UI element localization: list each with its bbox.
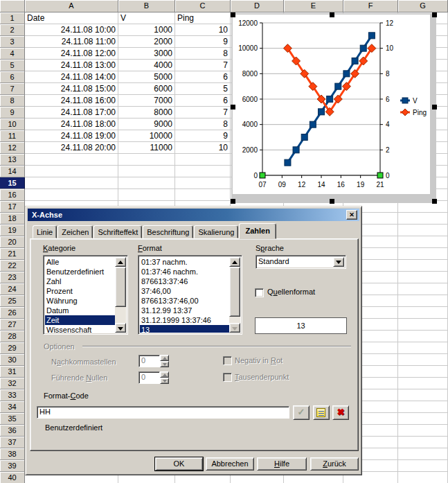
cell-G36[interactable] [398,425,448,437]
sheet-corner[interactable] [0,0,25,12]
row-header-27[interactable]: 27 [0,319,25,331]
cell-B13[interactable] [118,154,175,166]
cell-B9[interactable]: 8000 [118,107,175,118]
format-item[interactable]: 876613:37:46 [140,276,229,286]
row-header-12[interactable]: 12 [0,142,25,154]
cell-G22[interactable] [398,260,448,272]
category-item[interactable]: Wissenschaft [45,325,115,333]
cell-B5[interactable]: 4000 [118,60,175,71]
format-item[interactable]: 31.12.99 13:37 [140,306,229,315]
format-listbox[interactable]: 01:37 nachm.01:37:46 nachm.876613:37:463… [138,255,242,335]
cell-C11[interactable]: 9 [175,130,231,142]
row-header-10[interactable]: 10 [0,118,25,130]
cell-C4[interactable]: 8 [175,48,231,60]
cell-A15[interactable] [25,177,118,189]
cell-G32[interactable] [398,378,448,389]
chart-handle-mid-right[interactable] [432,105,437,109]
row-header-8[interactable]: 8 [0,95,25,107]
chevron-down-icon[interactable] [333,257,344,267]
cell-C5[interactable]: 7 [175,60,231,71]
cell-C8[interactable]: 6 [175,95,231,107]
apply-format-button[interactable]: ✓ [293,405,310,420]
column-header-b[interactable]: B [118,0,175,12]
row-header-21[interactable]: 21 [0,248,25,260]
decimals-spinner[interactable]: 0 [138,355,169,367]
format-item[interactable]: 37:46,00 [140,286,229,296]
row-header-28[interactable]: 28 [0,331,25,342]
category-item[interactable]: Währung [45,296,115,306]
tab-zeichen[interactable]: Zeichen [57,225,93,238]
cell-A6[interactable]: 24.11.08 14:00 [25,71,118,83]
category-item[interactable]: Datum [45,306,115,315]
row-header-38[interactable]: 38 [0,448,25,460]
format-code-input[interactable]: HH [37,406,289,419]
category-listbox[interactable]: AlleBenutzerdefiniertZahlProzentWährungD… [43,255,128,335]
cell-G39[interactable] [398,460,448,472]
cell-B2[interactable]: 1000 [118,24,175,36]
cancel-button[interactable]: Abbrechen [206,457,254,471]
cell-C2[interactable]: 10 [175,24,231,36]
column-header-e[interactable]: E [284,0,343,12]
row-header-18[interactable]: 18 [0,213,25,225]
cell-G20[interactable] [398,236,448,248]
row-header-9[interactable]: 9 [0,107,25,118]
cell-C14[interactable] [175,166,231,177]
cell-C12[interactable]: 10 [175,142,231,154]
category-item[interactable]: Benutzerdefiniert [45,267,115,276]
dialog-titlebar[interactable]: X-Achse ✕ [28,209,359,221]
spin-up-icon[interactable] [160,355,169,361]
cell-C1[interactable]: Ping [175,12,231,24]
cell-A7[interactable]: 24.11.08 15:00 [25,83,118,95]
row-header-2[interactable]: 2 [0,24,25,36]
tab-skalierung[interactable]: Skalierung [194,225,238,238]
cell-B15[interactable] [118,177,175,189]
column-header-a[interactable]: A [25,0,118,12]
thousands-checkbox[interactable] [223,373,232,382]
cell-G34[interactable] [398,401,448,413]
chart-handle-top-center[interactable] [330,12,334,17]
chart-handle-bottom-center[interactable] [330,199,334,204]
tab-zahlen[interactable]: Zahlen [239,223,276,239]
format-item[interactable]: 01:37:46 nachm. [140,267,229,276]
cell-G40[interactable] [398,472,448,483]
column-header-f[interactable]: F [343,0,398,12]
cell-A4[interactable]: 24.11.08 12:00 [25,48,118,60]
row-header-35[interactable]: 35 [0,413,25,425]
cell-B4[interactable]: 3000 [118,48,175,60]
row-header-37[interactable]: 37 [0,437,25,448]
row-header-15[interactable]: 15 [0,177,25,189]
row-header-23[interactable]: 23 [0,272,25,283]
scroll-up-icon[interactable] [115,257,126,267]
chart-handle-bottom-left[interactable] [231,199,235,204]
language-combobox[interactable]: Standard [256,255,346,269]
cell-G24[interactable] [398,283,448,295]
cell-G19[interactable] [398,225,448,236]
cell-G30[interactable] [398,354,448,366]
cell-C15[interactable] [175,177,231,189]
negative-red-checkbox[interactable] [223,356,232,365]
cell-G25[interactable] [398,295,448,307]
format-item[interactable]: 13 [140,325,229,333]
row-header-33[interactable]: 33 [0,389,25,401]
cell-A10[interactable]: 24.11.08 18:00 [25,118,118,130]
source-format-checkbox[interactable] [255,288,264,297]
ok-button[interactable]: OK [155,457,203,471]
row-header-39[interactable]: 39 [0,460,25,472]
row-header-17[interactable]: 17 [0,201,25,213]
scroll-down-icon[interactable] [115,323,126,333]
cell-B1[interactable]: V [118,12,175,24]
cell-C10[interactable]: 8 [175,118,231,130]
column-header-d[interactable]: D [231,0,284,12]
spin-down-icon[interactable] [160,378,169,384]
tab-beschriftung[interactable]: Beschriftung [143,225,193,238]
cell-A2[interactable]: 24.11.08 10:00 [25,24,118,36]
spin-down-icon[interactable] [160,361,169,367]
category-item[interactable]: Prozent [45,286,115,296]
cell-G18[interactable] [398,213,448,225]
row-header-34[interactable]: 34 [0,401,25,413]
cell-C16[interactable] [175,189,231,201]
cell-B10[interactable]: 9000 [118,118,175,130]
scroll-down-icon[interactable] [229,323,240,333]
row-header-16[interactable]: 16 [0,189,25,201]
row-header-32[interactable]: 32 [0,378,25,389]
